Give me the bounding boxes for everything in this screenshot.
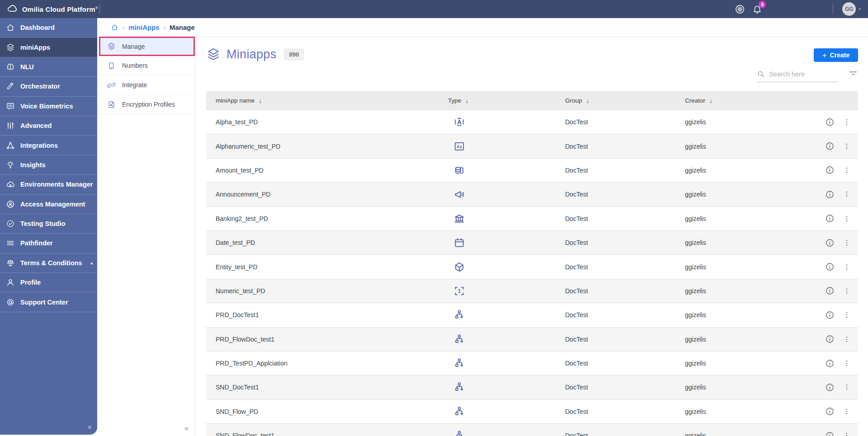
sidebar-item-label: Access Management bbox=[20, 201, 85, 208]
sidebar-item-access-management[interactable]: Access Management bbox=[0, 195, 97, 214]
sort-descending-icon[interactable]: ↓ bbox=[465, 97, 468, 104]
alpha-type-icon bbox=[453, 116, 465, 128]
table-row[interactable]: PRD_TestPD_Applciation DocTest ggizelis bbox=[206, 351, 858, 375]
table-row[interactable]: Amount_test_PD DocTest ggizelis bbox=[206, 158, 858, 182]
sidebar-item-support-center[interactable]: Support Center bbox=[0, 292, 97, 312]
info-icon[interactable] bbox=[825, 117, 835, 127]
table-row[interactable]: Entity_test_PD DocTest ggizelis bbox=[206, 254, 858, 278]
table-row[interactable]: Alphanumeric_test_PD DocTest ggizelis bbox=[206, 134, 858, 158]
info-icon[interactable] bbox=[825, 214, 835, 223]
group-cell: DocTest bbox=[565, 336, 685, 343]
sidebar-item-nlu[interactable]: NLU bbox=[0, 57, 97, 77]
sidebar-item-voice-biometrics[interactable]: Voice Biometrics bbox=[0, 97, 97, 116]
kebab-menu-icon[interactable] bbox=[843, 383, 851, 391]
profile-icon bbox=[6, 278, 15, 287]
numeric-type-icon bbox=[453, 285, 465, 297]
sidebar-item-integrations[interactable]: Integrations bbox=[0, 136, 97, 155]
sidebar-collapse-button[interactable]: « bbox=[88, 423, 92, 431]
sort-descending-icon[interactable]: ↓ bbox=[586, 97, 590, 104]
info-icon[interactable] bbox=[825, 262, 835, 272]
kebab-menu-icon[interactable] bbox=[843, 239, 851, 247]
kebab-menu-icon[interactable] bbox=[843, 166, 851, 174]
kebab-menu-icon[interactable] bbox=[843, 142, 851, 150]
table-row[interactable]: Alpha_test_PD DocTest ggizelis bbox=[206, 110, 858, 134]
sidebar-item-miniapps[interactable]: miniApps bbox=[0, 38, 97, 57]
table-row[interactable]: SND_DocTest1 DocTest ggizelis bbox=[206, 375, 858, 399]
panel-item-numbers[interactable]: Numbers bbox=[97, 56, 195, 75]
logo-text: Omilia Cloud Platform® bbox=[22, 5, 98, 13]
avatar[interactable]: GG bbox=[842, 2, 856, 16]
table-row[interactable]: PRD_FlowDoc_test1 DocTest ggizelis bbox=[206, 327, 858, 351]
panel-item-integrate[interactable]: Integrate bbox=[97, 75, 195, 95]
sort-descending-icon[interactable]: ↓ bbox=[259, 97, 262, 104]
platform-settings-icon[interactable] bbox=[735, 4, 745, 14]
info-icon[interactable] bbox=[825, 359, 835, 368]
sidebar-item-advanced[interactable]: Advanced bbox=[0, 116, 97, 136]
sidebar-item-environments-manager[interactable]: Environments Manager bbox=[0, 175, 97, 194]
kebab-menu-icon[interactable] bbox=[843, 118, 851, 126]
panel-collapse-button[interactable]: « bbox=[184, 424, 189, 432]
miniapp-name-cell: Entity_test_PD bbox=[206, 263, 448, 271]
table-row[interactable]: Numeric_test_PD DocTest ggizelis bbox=[206, 279, 858, 303]
link-icon bbox=[107, 81, 116, 89]
table-row[interactable]: Date_test_PD DocTest ggizelis bbox=[206, 230, 858, 254]
sidebar-item-dashboard[interactable]: Dashboard bbox=[0, 18, 97, 38]
column-header-creator[interactable]: Creator↓ bbox=[685, 97, 825, 104]
sidebar-item-orchestrator[interactable]: Orchestrator bbox=[0, 77, 97, 96]
column-header-miniapp-name[interactable]: miniApp name↓ bbox=[206, 97, 448, 104]
sidebar-item-terms-conditions[interactable]: Terms & Conditions ▴ bbox=[0, 253, 97, 273]
kebab-menu-icon[interactable] bbox=[843, 311, 851, 319]
kebab-menu-icon[interactable] bbox=[843, 359, 851, 367]
create-button[interactable]: + Create bbox=[814, 48, 858, 62]
kebab-menu-icon[interactable] bbox=[843, 263, 851, 271]
home-icon bbox=[6, 23, 15, 32]
alphanumeric-type-icon bbox=[453, 141, 465, 152]
info-icon[interactable] bbox=[825, 310, 835, 320]
table-row[interactable]: Banking2_test_PD DocTest ggizelis bbox=[206, 206, 858, 230]
kebab-menu-icon[interactable] bbox=[843, 287, 851, 295]
sidebar-item-profile[interactable]: Profile bbox=[0, 273, 97, 292]
group-cell: DocTest bbox=[565, 287, 685, 295]
creator-cell: ggizelis bbox=[685, 336, 825, 343]
info-icon[interactable] bbox=[825, 238, 835, 248]
kebab-menu-icon[interactable] bbox=[843, 190, 851, 198]
column-header-group[interactable]: Group↓ bbox=[565, 97, 685, 104]
notifications-bell-icon[interactable]: 5 bbox=[752, 4, 762, 14]
table-row[interactable]: Announcement_PD DocTest ggizelis bbox=[206, 182, 858, 206]
sidebar-item-testing-studio[interactable]: Testing Studio bbox=[0, 214, 97, 234]
info-icon[interactable] bbox=[825, 141, 835, 151]
kebab-menu-icon[interactable] bbox=[843, 335, 851, 343]
breadcrumb-link-miniapps[interactable]: miniApps bbox=[128, 23, 159, 31]
kebab-menu-icon[interactable] bbox=[843, 431, 851, 436]
info-icon[interactable] bbox=[825, 286, 835, 295]
logo[interactable]: Omilia Cloud Platform® bbox=[0, 3, 99, 15]
info-icon[interactable] bbox=[825, 165, 835, 175]
search-field[interactable] bbox=[757, 70, 837, 82]
panel-item-encryption-profiles[interactable]: Encryption Profiles bbox=[97, 95, 195, 114]
search-input[interactable] bbox=[769, 70, 832, 78]
user-menu[interactable]: GG ▾ bbox=[842, 2, 861, 16]
info-icon[interactable] bbox=[825, 407, 835, 416]
kebab-menu-icon[interactable] bbox=[843, 215, 851, 223]
group-cell: DocTest bbox=[565, 118, 685, 126]
table-row[interactable]: SND_FlowDoc_test1 DocTest ggizelis bbox=[206, 423, 858, 436]
column-header-type[interactable]: Type↓ bbox=[448, 97, 565, 104]
info-icon[interactable] bbox=[825, 190, 835, 199]
table-row[interactable]: SND_Flow_PD DocTest ggizelis bbox=[206, 399, 858, 423]
sidebar-item-pathfinder[interactable]: Pathfinder bbox=[0, 234, 97, 253]
sort-descending-icon[interactable]: ↓ bbox=[709, 97, 712, 104]
table-row[interactable]: PRD_DocTest1 DocTest ggizelis bbox=[206, 303, 858, 327]
panel-item-manage[interactable]: Manage bbox=[99, 37, 195, 56]
sliders-icon bbox=[6, 121, 15, 130]
creator-cell: ggizelis bbox=[685, 215, 825, 222]
info-icon[interactable] bbox=[825, 383, 835, 392]
miniapps-submenu-panel: Manage Numbers Integrate Encryption Prof… bbox=[97, 37, 195, 436]
info-icon[interactable] bbox=[825, 334, 835, 344]
home-icon[interactable] bbox=[111, 23, 118, 31]
amount-type-icon bbox=[453, 164, 465, 176]
filter-icon[interactable] bbox=[848, 69, 858, 79]
kebab-menu-icon[interactable] bbox=[843, 408, 851, 416]
info-icon[interactable] bbox=[825, 431, 835, 436]
sidebar-item-insights[interactable]: Insights bbox=[0, 155, 97, 175]
breadcrumb-separator: › bbox=[123, 24, 124, 31]
